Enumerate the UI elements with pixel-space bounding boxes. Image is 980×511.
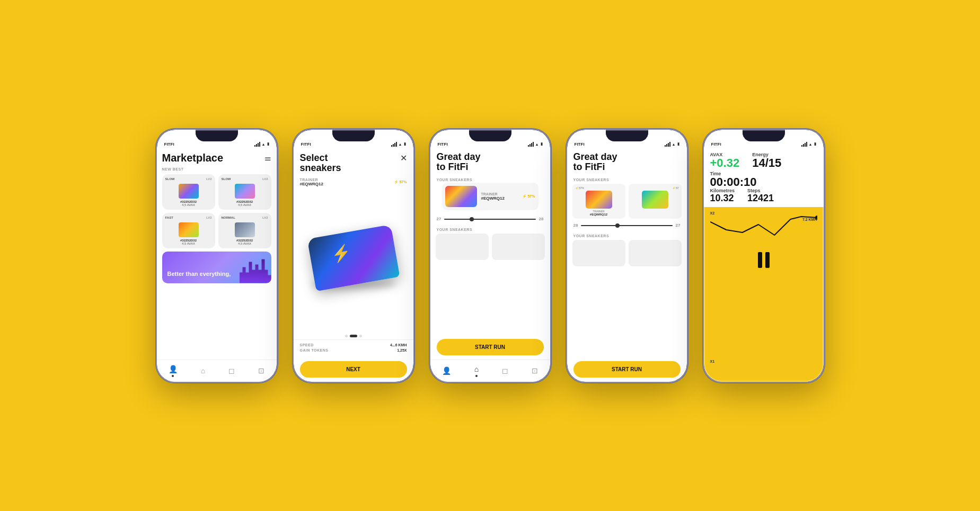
- your-sneakers-label-4: YOUR SNEAKERS: [573, 178, 681, 182]
- sneaker-level-1: LV2: [206, 177, 212, 181]
- speed-label: SPEED: [300, 343, 314, 347]
- sneaker-level-2: LV2: [262, 177, 268, 181]
- chart-svg: [710, 211, 817, 243]
- level-max-3: 28: [539, 217, 544, 221]
- bottom-nav-3: 👤 ⌂ ◻ ⊡: [430, 360, 550, 382]
- cart-icon-1[interactable]: ⊡: [258, 366, 264, 375]
- nav-item-person-1[interactable]: 👤: [169, 364, 178, 377]
- slider-thumb-3: [470, 217, 474, 221]
- stats-top: AVAX +0.32 Energy 14/15 Time 00:00:10: [704, 149, 824, 207]
- notch-3: [469, 130, 511, 141]
- nav-item-home-3[interactable]: ⌂: [474, 364, 479, 377]
- trainer-label-2: TRAINER: [300, 178, 323, 182]
- phone-select-sneakers: FITFI ▲ ▮ Selectsneakers ✕: [293, 129, 414, 383]
- slider-track-4[interactable]: [581, 225, 672, 226]
- sneaker-img-right-4: [642, 191, 668, 209]
- next-button[interactable]: NEXT: [300, 361, 407, 378]
- steps-label: Steps: [747, 188, 774, 193]
- notch-2: [332, 130, 375, 141]
- sneaker-card-4[interactable]: NORMAL LV2 #32252D32 4,5 AVAX: [218, 213, 271, 248]
- wifi-icon-4: ▲: [672, 142, 676, 146]
- gain-label: GAIN TOKENS: [300, 348, 329, 352]
- your-sneakers-label-3: YOUR SNEAKERS: [437, 178, 544, 182]
- trainer-label-row: TRAINER #EQWRQ12 ⚡ 57%: [294, 176, 413, 189]
- status-icons-5: ▲ ▮: [801, 142, 816, 147]
- trainer-id-2: #EQWRQ12: [300, 182, 323, 186]
- signal-bars-3: [528, 142, 534, 147]
- sneaker-select-img-3: [445, 186, 477, 207]
- avax-block: AVAX +0.32: [710, 152, 740, 169]
- sneaker-card-2[interactable]: SLOW LV2 #32252D32 4,5 AVAX: [218, 174, 271, 210]
- chart-x2-label: X2: [710, 211, 715, 215]
- pause-button-container[interactable]: [758, 250, 770, 270]
- sneaker-type-4: NORMAL: [222, 216, 235, 219]
- pause-bar-right: [765, 252, 770, 268]
- time-value: 00:00:10: [710, 176, 817, 188]
- great-day-header-3: Great dayto FitFi: [430, 149, 550, 175]
- cityscape-decoration: [240, 257, 271, 283]
- signal-bars-5: [801, 142, 807, 147]
- status-icons-4: ▲ ▮: [665, 142, 679, 147]
- start-run-button-3[interactable]: START RUN: [437, 339, 544, 355]
- great-day-title-3: Great dayto FitFi: [437, 152, 544, 173]
- big-sneaker-display: [311, 231, 396, 290]
- status-icons-2: ▲ ▮: [391, 142, 406, 147]
- dot-1: [345, 335, 348, 337]
- bag-icon-3[interactable]: ◻: [502, 366, 508, 375]
- sneaker-placeholder-1-4: [572, 240, 625, 266]
- wifi-icon-2: ▲: [399, 142, 402, 146]
- sneaker-placeholder-row-3: [430, 234, 550, 263]
- level-slider-4: 28 27: [567, 221, 687, 230]
- sneaker-level-4: LV2: [262, 216, 268, 219]
- person-icon-3[interactable]: 👤: [442, 366, 451, 375]
- slider-track-3[interactable]: [444, 219, 535, 220]
- energy-left-4: ⚡ 57%: [575, 186, 584, 190]
- battery-icon-4: ▮: [677, 142, 679, 146]
- status-icons-1: ▲ ▮: [254, 142, 269, 147]
- your-sneakers-section2-3: YOUR SNEAKERS: [430, 223, 550, 234]
- level-slider-3: 27 28: [430, 214, 550, 223]
- brand-3: FITFI: [438, 142, 448, 147]
- speed-stat-row: SPEED 4...6 KMH: [300, 343, 407, 347]
- dot-2-active: [350, 335, 357, 337]
- sneaker-card-right-4[interactable]: ⚡ 57: [629, 184, 682, 219]
- pause-area: [710, 245, 817, 275]
- notch-1: [196, 130, 238, 141]
- your-sneakers-section-3: YOUR SNEAKERS TRAINER #EQWRQ12 ⚡ 57%: [430, 175, 550, 214]
- pause-bar-left: [758, 252, 762, 268]
- signal-bars-4: [665, 142, 670, 147]
- sneaker-select-card-3[interactable]: TRAINER #EQWRQ12 ⚡ 57%: [442, 183, 538, 210]
- wifi-icon-1: ▲: [262, 142, 266, 146]
- wifi-icon-5: ▲: [809, 142, 813, 146]
- sneaker-card-left-4[interactable]: ⚡ 57% TRAINER #EQWRQ12: [572, 184, 625, 219]
- sneaker-img-3: [179, 222, 199, 237]
- brand-4: FITFI: [575, 142, 585, 147]
- great-day-header-4: Great dayto FitFi: [567, 149, 687, 175]
- sneaker-price-1: 4,5 AVAX: [182, 203, 195, 207]
- start-run-button-4[interactable]: START RUN: [573, 361, 681, 378]
- chart-x1-label: X1: [710, 360, 715, 363]
- phone-great-day-2: FITFI ▲ ▮ Great dayto FitFi: [566, 129, 688, 383]
- sneaker-card-1[interactable]: SLOW LV2 #32252D32 4,5 AVAX: [162, 174, 215, 210]
- nav-dot-3: [475, 375, 478, 377]
- sneaker-level-3: LV2: [206, 216, 212, 219]
- promo-banner: Better than everything,: [162, 252, 271, 283]
- avax-value: +0.32: [710, 157, 740, 169]
- phone-stats: FITFI ▲ ▮ AV: [703, 129, 825, 383]
- level-min-3: 27: [437, 217, 442, 221]
- big-sneaker-area: [294, 189, 413, 332]
- cart-icon-3[interactable]: ⊡: [532, 366, 538, 375]
- bag-icon-1[interactable]: ◻: [228, 366, 235, 375]
- home-icon-1[interactable]: ⌂: [201, 366, 205, 375]
- level-min-4: 28: [573, 223, 578, 228]
- sneaker-card-3[interactable]: FAST LV2 #32252D32 4,5 AVAX: [162, 213, 215, 248]
- close-button[interactable]: ✕: [400, 153, 407, 163]
- gain-stat-row: GAIN TOKENS 1,25X: [300, 348, 407, 352]
- chart-area: X2 X1 7.2 KMH: [704, 207, 824, 382]
- filter-icon[interactable]: ⚌: [264, 154, 271, 162]
- trainer-id-3: #EQWRQ12: [481, 196, 518, 201]
- page-dots: [294, 333, 413, 339]
- wifi-icon-3: ▲: [535, 142, 539, 146]
- sneaker-type-3: FAST: [165, 216, 173, 219]
- home-icon-3: ⌂: [474, 365, 479, 373]
